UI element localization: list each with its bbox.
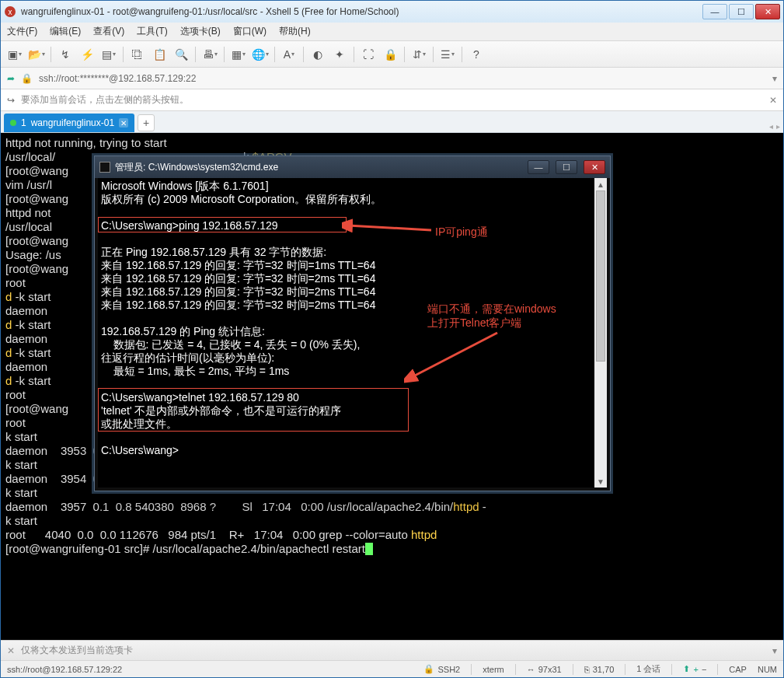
status-pos: 31,70 <box>593 665 615 674</box>
font-button[interactable]: A <box>280 45 298 64</box>
tab-bar: 1 wangruifenglinux-01 ✕ + ◂ ▸ <box>1 111 783 133</box>
cmd-title: 管理员: C:\Windows\system32\cmd.exe <box>115 161 278 174</box>
hint-close-icon[interactable]: ✕ <box>769 95 777 106</box>
separator <box>123 47 124 62</box>
separator <box>195 47 196 62</box>
compose-bar: ✕ 仅将文本发送到当前选项卡 ▾ <box>1 640 783 660</box>
menu-help[interactable]: 帮助(H) <box>279 25 311 38</box>
tool1-button[interactable]: ◐ <box>308 45 327 64</box>
transfer-button[interactable]: ⇵ <box>409 45 428 64</box>
separator <box>51 47 51 62</box>
add-tab-button[interactable]: + <box>138 114 155 131</box>
menu-tabs[interactable]: 选项卡(B) <box>180 25 221 38</box>
separator <box>224 47 225 62</box>
separator <box>274 47 275 62</box>
separator <box>354 47 354 62</box>
hint-bar: ↪ 要添加当前会话，点击左侧的箭头按钮。 ✕ <box>1 89 783 111</box>
separator <box>433 47 434 62</box>
compose-text[interactable]: 仅将文本发送到当前选项卡 <box>21 644 133 657</box>
tab-next-icon[interactable]: ▸ <box>776 122 780 131</box>
sessions-minus-icon[interactable]: − <box>702 665 706 674</box>
status-connection: ssh://root@192.168.57.129:22 <box>7 665 122 674</box>
terminal-line: k start <box>5 514 779 528</box>
views-button[interactable]: ☰ <box>438 45 457 64</box>
status-term: xterm <box>483 665 504 674</box>
titlebar[interactable]: x wangruifenglinux-01 - root@wangruifeng… <box>1 1 783 23</box>
resize-icon: ↔ <box>527 665 535 674</box>
scroll-up-icon[interactable]: ▲ <box>594 178 607 190</box>
address-text[interactable]: ssh://root:********@192.168.57.129:22 <box>39 73 196 84</box>
status-num: NUM <box>758 665 777 674</box>
profile-button[interactable]: ▤ <box>99 45 118 64</box>
arrow-icon[interactable]: ↪ <box>7 95 15 106</box>
separator <box>404 47 405 62</box>
terminal-line: daemon 3957 0.1 0.8 540380 8968 ? Sl 17:… <box>5 500 779 514</box>
scroll-down-icon[interactable]: ▼ <box>594 475 607 488</box>
annotation-ping: IP可ping通 <box>435 225 488 239</box>
tab-nav: ◂ ▸ <box>769 122 780 132</box>
tab-index: 1 <box>21 117 26 128</box>
cmd-body[interactable]: Microsoft Windows [版本 6.1.7601] 版权所有 (c)… <box>98 178 607 488</box>
status-dot-icon <box>10 120 16 126</box>
pos-icon: ⎘ <box>584 665 590 674</box>
fullscreen-button[interactable]: ⛶ <box>359 45 378 64</box>
address-bar: ➦ 🔒 ssh://root:********@192.168.57.129:2… <box>1 68 783 89</box>
help-button[interactable]: ? <box>467 45 486 64</box>
close-button[interactable]: ✕ <box>755 4 780 19</box>
print-button[interactable]: 🖶 <box>200 45 219 64</box>
cmd-close-button[interactable]: ✕ <box>584 160 605 174</box>
separator <box>462 47 462 62</box>
lock-button[interactable]: 🔒 <box>381 45 399 64</box>
layout-button[interactable]: ▦ <box>229 45 248 64</box>
hint-text: 要添加当前会话，点击左侧的箭头按钮。 <box>21 93 189 107</box>
scroll-thumb[interactable] <box>596 190 605 362</box>
paste-button[interactable]: 📋 <box>150 45 169 64</box>
compose-close-icon[interactable]: ✕ <box>7 645 15 656</box>
signal-icon: ⬆ <box>683 664 690 674</box>
compose-dropdown-icon[interactable]: ▾ <box>772 645 777 656</box>
open-button[interactable]: 📂 <box>27 45 46 64</box>
new-session-button[interactable]: ▣ <box>5 45 24 64</box>
terminal-line: httpd not running, trying to start <box>5 136 779 150</box>
status-ssh: SSH2 <box>437 665 460 674</box>
app-icon: x <box>4 5 16 18</box>
cmd-titlebar[interactable]: 管理员: C:\Windows\system32\cmd.exe — ☐ ✕ <box>95 156 610 178</box>
tab-prev-icon[interactable]: ◂ <box>769 122 773 131</box>
svg-text:x: x <box>9 8 12 16</box>
sessions-plus-icon[interactable]: + <box>693 665 698 674</box>
menubar: 文件(F) 编辑(E) 查看(V) 工具(T) 选项卡(B) 窗口(W) 帮助(… <box>1 23 783 41</box>
tool2-button[interactable]: ✦ <box>330 45 349 64</box>
menu-tools[interactable]: 工具(T) <box>137 25 167 38</box>
tab-close-icon[interactable]: ✕ <box>119 118 128 128</box>
lock-icon: 🔒 <box>21 73 33 84</box>
disconnect-button[interactable]: ⚡ <box>78 45 96 64</box>
minimize-button[interactable]: — <box>702 4 727 19</box>
find-button[interactable]: 🔍 <box>172 45 190 64</box>
tab-label: wangruifenglinux-01 <box>31 117 114 128</box>
toolbar: ▣ 📂 ↯ ⚡ ▤ ⿻ 📋 🔍 🖶 ▦ 🌐 A ◐ ✦ ⛶ 🔒 ⇵ ☰ ? <box>1 41 783 68</box>
window-title: wangruifenglinux-01 - root@wangruifeng-0… <box>21 6 399 17</box>
ssh-icon: 🔒 <box>423 664 434 674</box>
language-button[interactable]: 🌐 <box>251 45 270 64</box>
menu-view[interactable]: 查看(V) <box>93 25 124 38</box>
menu-file[interactable]: 文件(F) <box>7 25 37 38</box>
addr-dropdown-icon[interactable]: ▾ <box>772 73 777 84</box>
terminal-line: [root@wangruifeng-01 src]# /usr/local/ap… <box>5 542 779 556</box>
cmd-maximize-button[interactable]: ☐ <box>556 160 577 174</box>
status-bar: ssh://root@192.168.57.129:22 🔒SSH2 xterm… <box>1 660 783 677</box>
tab-session[interactable]: 1 wangruifenglinux-01 ✕ <box>4 114 134 132</box>
copy-button[interactable]: ⿻ <box>128 45 147 64</box>
status-size: 97x31 <box>538 665 562 674</box>
addr-add-icon[interactable]: ➦ <box>7 73 15 84</box>
terminal-line: root 4040 0.0 0.0 112676 984 pts/1 R+ 17… <box>5 528 779 542</box>
cmd-scrollbar[interactable]: ▲ ▼ <box>594 178 607 488</box>
annotation-telnet: 端口不通，需要在windows 上打开Telnet客户端 <box>427 302 556 330</box>
cmd-minimize-button[interactable]: — <box>528 160 549 174</box>
menu-edit[interactable]: 编辑(E) <box>50 25 81 38</box>
cmd-icon <box>99 162 110 173</box>
menu-window[interactable]: 窗口(W) <box>233 25 267 38</box>
maximize-button[interactable]: ☐ <box>729 4 754 19</box>
reconnect-button[interactable]: ↯ <box>56 45 75 64</box>
status-sessions: 1 会话 <box>636 663 660 675</box>
separator <box>303 47 304 62</box>
